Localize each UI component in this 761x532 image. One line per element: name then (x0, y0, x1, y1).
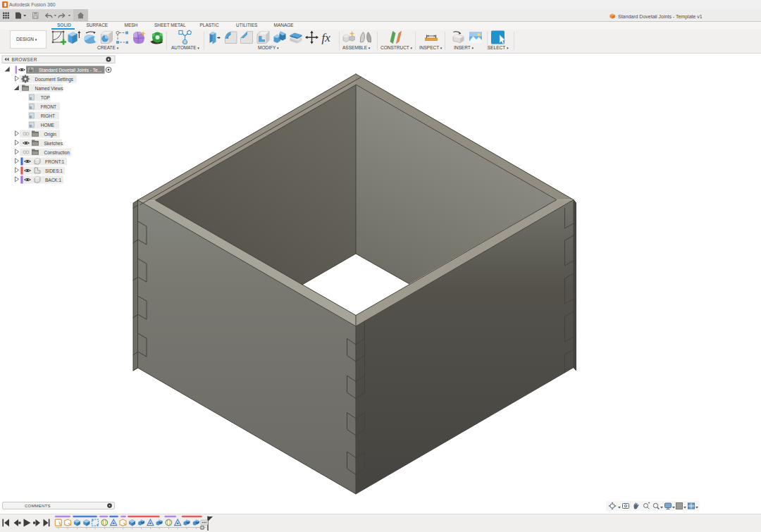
svg-text:TOP: TOP (41, 95, 50, 100)
svg-text:fx: fx (322, 30, 331, 44)
svg-text:HOME: HOME (41, 123, 55, 128)
svg-text:SIDES:1: SIDES:1 (45, 168, 63, 173)
svg-text:Document Settings: Document Settings (35, 77, 74, 82)
svg-text:FRONT: FRONT (41, 104, 56, 109)
svg-text:RIGHT: RIGHT (41, 113, 55, 118)
svg-text:BROWSER: BROWSER (12, 57, 37, 62)
svg-text:FRONT:1: FRONT:1 (45, 159, 64, 164)
svg-text:Standard Dovetail Joints - Te.: Standard Dovetail Joints - Te... (39, 68, 101, 73)
svg-text:Sketches: Sketches (44, 141, 63, 146)
svg-text:Named Views: Named Views (35, 86, 64, 91)
svg-text:BACK:1: BACK:1 (45, 178, 62, 183)
svg-text:Origin: Origin (44, 132, 57, 137)
svg-text:Construction: Construction (44, 150, 70, 155)
